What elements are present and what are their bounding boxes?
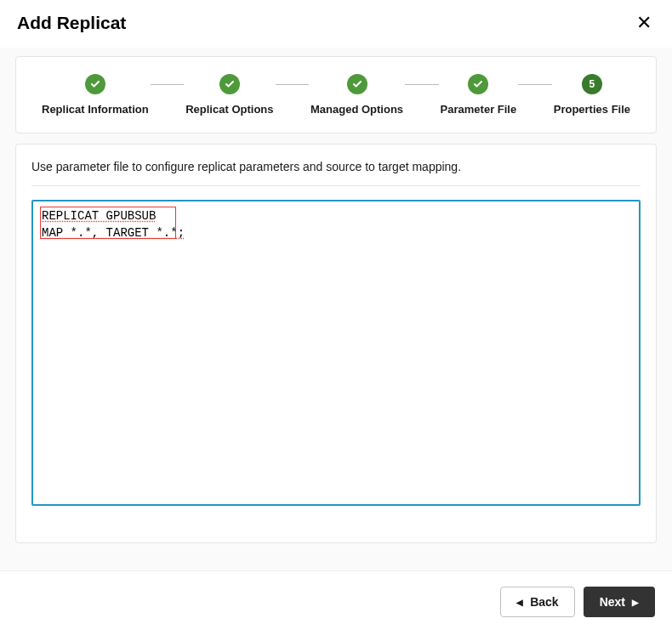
back-button[interactable]: ◀ Back: [500, 587, 574, 617]
parameter-file-card: Use parameter file to configure replicat…: [15, 144, 657, 543]
chevron-left-icon: ◀: [516, 598, 523, 607]
step-connector: [276, 84, 310, 85]
step-number-icon: 5: [582, 74, 602, 94]
step-properties-file[interactable]: 5 Properties File: [554, 74, 630, 116]
code-line-2: MAP *.*, TARGET *.*;: [42, 226, 185, 240]
parameter-description: Use parameter file to configure replicat…: [31, 160, 641, 173]
divider: [31, 185, 641, 186]
back-button-label: Back: [530, 595, 558, 609]
close-button[interactable]: ✕: [633, 10, 655, 36]
chevron-right-icon: ▶: [632, 598, 639, 607]
step-parameter-file[interactable]: Parameter File: [441, 74, 517, 116]
next-button[interactable]: Next ▶: [584, 587, 655, 617]
close-icon: ✕: [636, 12, 652, 33]
step-connector: [405, 84, 439, 85]
check-icon: [85, 74, 105, 94]
step-connector: [518, 84, 552, 85]
step-label: Replicat Options: [185, 103, 273, 116]
step-label: Parameter File: [441, 103, 517, 116]
check-icon: [347, 74, 367, 94]
code-line-1: REPLICAT GPUBSUB: [42, 209, 156, 223]
step-label: Properties File: [554, 103, 630, 116]
step-managed-options[interactable]: Managed Options: [310, 74, 403, 116]
step-replicat-options[interactable]: Replicat Options: [185, 74, 273, 116]
dialog-footer: ◀ Back Next ▶: [0, 570, 672, 624]
dialog-title: Add Replicat: [17, 13, 126, 33]
step-label: Managed Options: [310, 103, 403, 116]
check-icon: [468, 74, 488, 94]
step-connector: [151, 84, 185, 85]
next-button-label: Next: [600, 595, 625, 609]
step-replicat-information[interactable]: Replicat Information: [42, 74, 149, 116]
step-label: Replicat Information: [42, 103, 149, 116]
check-icon: [219, 74, 240, 94]
stepper-card: Replicat Information Replicat Options Ma…: [15, 56, 657, 133]
parameter-file-editor[interactable]: REPLICAT GPUBSUB MAP *.*, TARGET *.*;: [31, 200, 641, 506]
